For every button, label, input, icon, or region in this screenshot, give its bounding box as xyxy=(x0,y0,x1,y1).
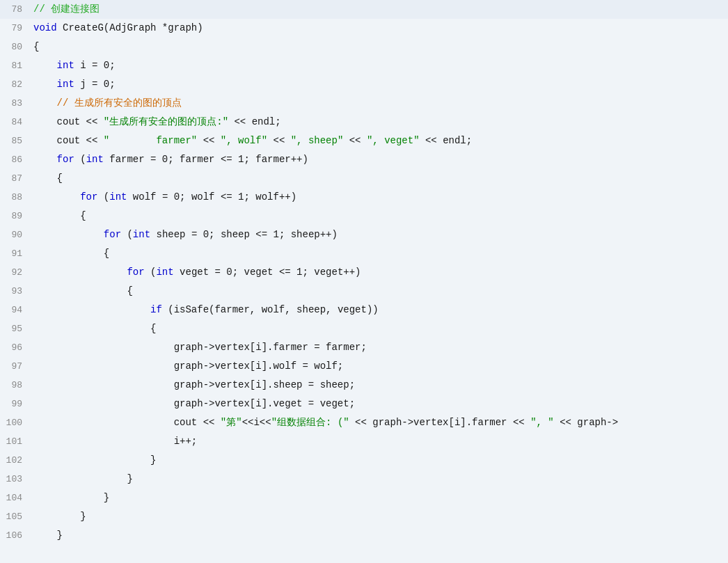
line-content: { xyxy=(33,38,728,56)
code-line: 85 cout << " farmer" << ", wolf" << ", s… xyxy=(0,132,728,150)
token xyxy=(33,191,80,203)
token: cout << xyxy=(33,417,221,428)
token: graph->vertex[i].veget = veget; xyxy=(33,398,355,409)
token: // 生成所有安全的图的顶点 xyxy=(33,97,182,109)
token: { xyxy=(33,248,109,259)
line-content: int i = 0; xyxy=(33,56,728,75)
code-line: 92 for (int veget = 0; veget <= 1; veget… xyxy=(0,263,728,282)
line-number: 93 xyxy=(0,282,33,301)
line-number: 100 xyxy=(0,413,33,432)
line-content: void CreateG(AdjGraph *graph) xyxy=(33,19,728,38)
line-content: graph->vertex[i].veget = veget; xyxy=(33,395,728,413)
line-number: 80 xyxy=(0,38,33,56)
line-number: 86 xyxy=(0,150,33,169)
code-line: 99 graph->vertex[i].veget = veget; xyxy=(0,395,728,413)
line-number: 79 xyxy=(0,19,33,38)
token: << xyxy=(267,135,291,146)
token: for xyxy=(127,267,144,278)
line-number: 83 xyxy=(0,94,33,113)
token: sheep = 0; sheep <= 1; sheep++) xyxy=(150,229,338,240)
token: "组数据组合: (" xyxy=(271,417,349,428)
token: "生成所有安全的图的顶点:" xyxy=(104,116,228,127)
code-line: 87 { xyxy=(0,169,728,188)
line-content: graph->vertex[i].sheep = sheep; xyxy=(33,376,728,395)
line-number: 84 xyxy=(0,113,33,132)
token: << graph->vertex[i].farmer << xyxy=(349,417,530,428)
token xyxy=(33,267,127,278)
code-line: 88 for (int wolf = 0; wolf <= 1; wolf++) xyxy=(0,188,728,207)
line-content: } xyxy=(33,489,728,507)
line-number: 96 xyxy=(0,338,33,357)
token: j = 0; xyxy=(74,79,116,90)
token: farmer = 0; farmer <= 1; farmer++) xyxy=(104,154,308,165)
code-editor: 78// 创建连接图79void CreateG(AdjGraph *graph… xyxy=(0,0,728,563)
token: } xyxy=(33,454,156,466)
line-number: 106 xyxy=(0,526,33,545)
token: << graph-> xyxy=(554,417,618,428)
token: if xyxy=(150,304,162,315)
code-line: 104 } xyxy=(0,489,728,507)
line-number: 102 xyxy=(0,451,33,470)
line-number: 78 xyxy=(0,0,33,19)
code-line: 81 int i = 0; xyxy=(0,56,728,75)
line-content: // 生成所有安全的图的顶点 xyxy=(33,94,728,113)
token xyxy=(33,154,57,165)
token: ( xyxy=(121,229,133,240)
token: ", sheep" xyxy=(291,135,344,146)
token: } xyxy=(33,473,133,484)
line-number: 99 xyxy=(0,395,33,413)
token: ", veget" xyxy=(367,135,420,146)
token: " farmer" xyxy=(104,135,197,146)
line-content: graph->vertex[i].wolf = wolf; xyxy=(33,357,728,376)
line-content: for (int wolf = 0; wolf <= 1; wolf++) xyxy=(33,188,728,207)
code-line: 86 for (int farmer = 0; farmer <= 1; far… xyxy=(0,150,728,169)
token xyxy=(33,60,57,71)
code-line: 103 } xyxy=(0,470,728,489)
token: graph->vertex[i].wolf = wolf; xyxy=(33,360,343,372)
line-content: } xyxy=(33,526,728,545)
line-content: { xyxy=(33,282,728,301)
code-line: 106 } xyxy=(0,526,728,545)
token: // 创建连接图 xyxy=(33,3,100,15)
token: "第" xyxy=(221,417,242,428)
code-line: 79void CreateG(AdjGraph *graph) xyxy=(0,19,728,38)
line-number: 87 xyxy=(0,169,33,188)
token: CreateG(AdjGraph *graph) xyxy=(63,22,203,33)
code-line: 95 { xyxy=(0,319,728,338)
token: graph->vertex[i].sheep = sheep; xyxy=(33,379,355,390)
line-content: if (isSafe(farmer, wolf, sheep, veget)) xyxy=(33,301,728,319)
line-number: 105 xyxy=(0,507,33,526)
line-content: int j = 0; xyxy=(33,75,728,94)
code-line: 89 { xyxy=(0,207,728,225)
token: << xyxy=(343,135,367,146)
line-content: } xyxy=(33,451,728,470)
token: int xyxy=(86,154,104,165)
token: int xyxy=(57,60,74,71)
code-line: 80{ xyxy=(0,38,728,56)
token xyxy=(33,229,104,240)
token: ", " xyxy=(530,417,554,428)
token: for xyxy=(80,191,97,203)
code-line: 102 } xyxy=(0,451,728,470)
token: { xyxy=(33,41,39,52)
code-line: 78// 创建连接图 xyxy=(0,0,728,19)
token: int xyxy=(156,267,173,278)
line-number: 89 xyxy=(0,207,33,225)
code-line: 105 } xyxy=(0,507,728,526)
token: { xyxy=(33,210,86,221)
line-content: } xyxy=(33,507,728,526)
token: <<i<< xyxy=(242,417,271,428)
line-number: 95 xyxy=(0,319,33,338)
code-line: 98 graph->vertex[i].sheep = sheep; xyxy=(0,376,728,395)
token: ( xyxy=(97,191,109,203)
token: cout << xyxy=(33,135,104,146)
line-number: 85 xyxy=(0,132,33,150)
line-number: 101 xyxy=(0,432,33,451)
token: wolf = 0; wolf <= 1; wolf++) xyxy=(127,191,296,203)
token: i = 0; xyxy=(74,60,116,71)
code-line: 94 if (isSafe(farmer, wolf, sheep, veget… xyxy=(0,301,728,319)
code-line: 83 // 生成所有安全的图的顶点 xyxy=(0,94,728,113)
line-number: 90 xyxy=(0,225,33,244)
line-content: graph->vertex[i].farmer = farmer; xyxy=(33,338,728,357)
token xyxy=(33,304,150,315)
